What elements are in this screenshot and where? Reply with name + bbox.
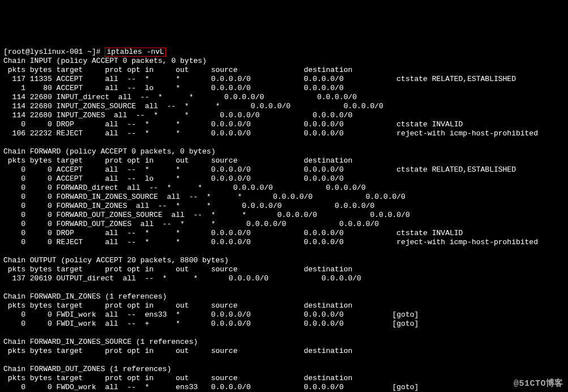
iptables-chains: Chain INPUT (policy ACCEPT 0 packets, 0 … [3, 57, 565, 392]
command-highlight: iptables -nvL [105, 48, 165, 57]
shell-prompt: [root@lyslinux-001 ~]# [3, 48, 105, 56]
terminal-output[interactable]: [root@lyslinux-001 ~]# iptables -nvL Cha… [0, 45, 568, 392]
watermark-text: @51CTO博客 [514, 380, 563, 389]
